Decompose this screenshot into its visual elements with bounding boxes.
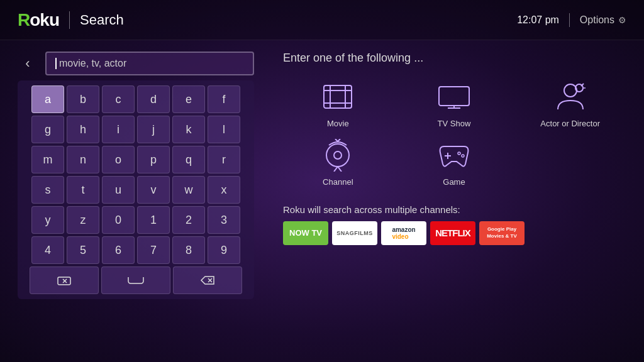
enter-prompt: Enter one of the following ... <box>283 52 625 65</box>
netflix-label: NETFLIX <box>435 228 470 238</box>
right-panel: Enter one of the following ... Movie <box>264 52 644 362</box>
svg-point-13 <box>564 84 577 97</box>
text-cursor <box>55 58 57 69</box>
key-g[interactable]: g <box>31 116 64 143</box>
channel-icon <box>318 138 358 172</box>
key-2[interactable]: 2 <box>172 206 205 234</box>
key-k[interactable]: k <box>172 116 205 143</box>
key-4[interactable]: 4 <box>31 236 64 264</box>
key-o[interactable]: o <box>102 146 135 173</box>
movie-icon <box>318 80 358 114</box>
svg-point-26 <box>462 155 464 157</box>
backspace-icon <box>200 275 215 286</box>
key-1[interactable]: 1 <box>137 206 170 234</box>
key-f[interactable]: f <box>208 85 240 113</box>
snagfilms-label: SNAGFILMS <box>336 230 373 236</box>
tvshow-icon <box>434 80 474 114</box>
svg-line-21 <box>334 167 338 172</box>
options-button[interactable]: Options ⚙ <box>580 14 626 26</box>
search-input[interactable]: movie, tv, actor <box>45 52 254 75</box>
nowtv-label: NOW TV <box>289 228 322 238</box>
tvshow-label: TV Show <box>438 119 471 129</box>
channel-amazon: amazonvideo <box>381 221 426 245</box>
header-divider2 <box>569 13 570 27</box>
key-h[interactable]: h <box>67 116 99 143</box>
roku-logo: Roku <box>18 10 59 30</box>
svg-rect-10 <box>439 87 469 106</box>
key-d[interactable]: d <box>137 85 170 113</box>
key-w[interactable]: w <box>172 176 205 204</box>
svg-line-22 <box>338 167 341 172</box>
space-icon <box>127 276 145 285</box>
game-icon <box>434 138 474 172</box>
key-a[interactable]: a <box>31 85 64 113</box>
key-row-5: y z 0 1 2 3 <box>23 206 249 234</box>
key-7[interactable]: 7 <box>137 236 170 264</box>
key-t[interactable]: t <box>67 176 99 204</box>
left-panel: ‹ movie, tv, actor a b c d e f g h i <box>0 52 264 362</box>
category-movie[interactable]: Movie <box>283 80 393 129</box>
gear-icon: ⚙ <box>618 15 626 25</box>
svg-point-18 <box>334 151 341 159</box>
key-9[interactable]: 9 <box>208 236 240 264</box>
key-s[interactable]: s <box>31 176 64 204</box>
key-r[interactable]: r <box>208 146 240 173</box>
channel-logos: NOW TV SNAGFILMS amazonvideo NETFLIX Goo… <box>283 221 625 245</box>
key-8[interactable]: 8 <box>172 236 205 264</box>
key-p[interactable]: p <box>137 146 170 173</box>
channel-nowtv: NOW TV <box>283 221 328 245</box>
key-i[interactable]: i <box>102 116 135 143</box>
category-actor[interactable]: Actor or Director <box>515 80 625 129</box>
key-x[interactable]: x <box>208 176 240 204</box>
key-row-action <box>23 266 249 294</box>
category-channel[interactable]: Channel <box>283 138 393 188</box>
page-title: Search <box>80 12 124 28</box>
svg-point-17 <box>326 144 349 167</box>
movie-label: Movie <box>327 119 349 129</box>
channel-snagfilms: SNAGFILMS <box>332 221 377 245</box>
header-time: 12:07 pm <box>517 14 559 26</box>
key-5[interactable]: 5 <box>67 236 99 264</box>
key-v[interactable]: v <box>137 176 170 204</box>
key-3[interactable]: 3 <box>208 206 240 234</box>
key-y[interactable]: y <box>31 206 64 234</box>
key-q[interactable]: q <box>172 146 205 173</box>
keyboard: a b c d e f g h i j k l m n o p <box>18 80 254 299</box>
key-l[interactable]: l <box>208 116 240 143</box>
channel-label: Channel <box>323 177 353 188</box>
channels-description: Roku will search across multiple channel… <box>283 204 625 215</box>
key-row-4: s t u v w x <box>23 176 249 204</box>
svg-rect-5 <box>324 85 352 108</box>
key-j[interactable]: j <box>137 116 170 143</box>
key-m[interactable]: m <box>31 146 64 173</box>
actor-label: Actor or Director <box>540 119 600 129</box>
key-u[interactable]: u <box>102 176 135 204</box>
channel-netflix: NETFLIX <box>430 221 475 245</box>
category-game[interactable]: Game <box>399 138 509 188</box>
delete-icon <box>57 275 72 286</box>
header-divider <box>69 11 70 29</box>
header: Roku Search 12:07 pm Options ⚙ <box>0 0 644 40</box>
options-label: Options <box>580 14 614 26</box>
amazon-label: amazonvideo <box>392 226 415 240</box>
key-space[interactable] <box>101 266 170 294</box>
key-0[interactable]: 0 <box>102 206 135 234</box>
key-delete[interactable] <box>30 266 99 294</box>
category-grid: Movie TV Show <box>283 80 625 188</box>
key-e[interactable]: e <box>172 85 205 113</box>
back-row: ‹ movie, tv, actor <box>18 52 254 75</box>
key-row-6: 4 5 6 7 8 9 <box>23 236 249 264</box>
actor-icon <box>550 80 591 114</box>
key-row-3: m n o p q r <box>23 146 249 173</box>
svg-line-15 <box>581 84 584 86</box>
key-row-2: g h i j k l <box>23 116 249 143</box>
key-n[interactable]: n <box>67 146 99 173</box>
key-6[interactable]: 6 <box>102 236 135 264</box>
key-b[interactable]: b <box>67 85 99 113</box>
back-button[interactable]: ‹ <box>18 53 38 74</box>
key-backspace[interactable] <box>173 266 242 294</box>
key-row-1: a b c d e f <box>23 85 249 113</box>
category-tvshow[interactable]: TV Show <box>399 80 509 129</box>
key-z[interactable]: z <box>67 206 99 234</box>
key-c[interactable]: c <box>102 85 135 113</box>
